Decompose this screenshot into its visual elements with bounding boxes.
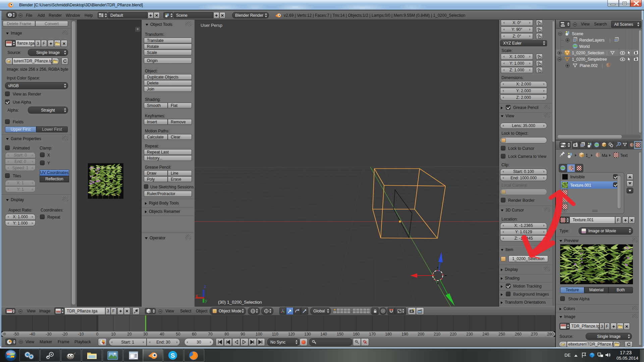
svg-text:z: z: [204, 284, 206, 289]
svg-text:Ma: Ma: [602, 153, 607, 158]
svg-text:y: y: [205, 298, 207, 303]
svg-text:S: S: [171, 352, 175, 359]
svg-text:Text: Text: [620, 153, 628, 158]
svg-text:1_: 1_: [586, 153, 590, 158]
